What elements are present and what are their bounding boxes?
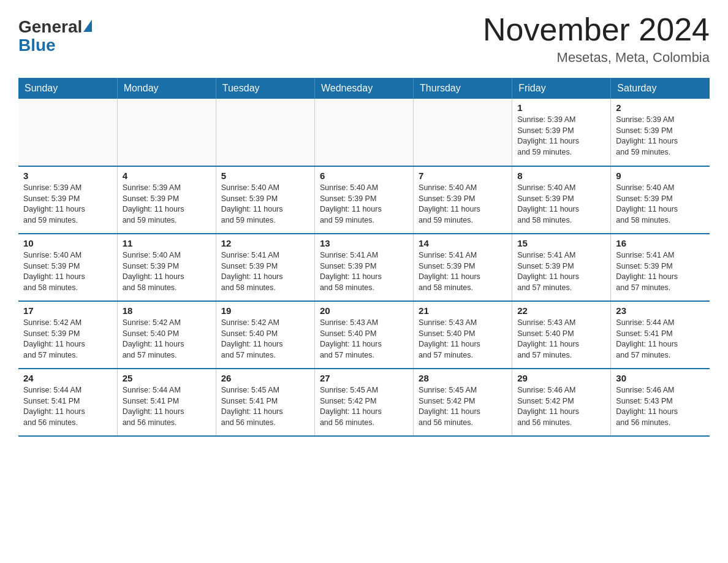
day-number: 21	[419, 305, 507, 316]
day-info: Sunrise: 5:43 AMSunset: 5:40 PMDaylight:…	[320, 318, 408, 361]
day-number: 12	[221, 238, 309, 248]
day-cell: 5Sunrise: 5:40 AMSunset: 5:39 PMDaylight…	[216, 166, 314, 234]
logo-blue-text: Blue	[18, 36, 92, 55]
title-area: November 2024 Mesetas, Meta, Colombia	[483, 12, 710, 66]
day-cell: 8Sunrise: 5:40 AMSunset: 5:39 PMDaylight…	[512, 166, 611, 234]
day-number: 14	[419, 238, 507, 248]
day-cell	[18, 99, 117, 166]
day-info: Sunrise: 5:40 AMSunset: 5:39 PMDaylight:…	[616, 183, 705, 226]
day-number: 15	[517, 238, 605, 248]
day-cell: 25Sunrise: 5:44 AMSunset: 5:41 PMDayligh…	[117, 369, 216, 436]
day-cell: 30Sunrise: 5:46 AMSunset: 5:43 PMDayligh…	[611, 369, 710, 436]
day-cell: 20Sunrise: 5:43 AMSunset: 5:40 PMDayligh…	[314, 301, 413, 369]
day-number: 19	[221, 305, 309, 316]
day-info: Sunrise: 5:41 AMSunset: 5:39 PMDaylight:…	[616, 250, 705, 293]
day-cell: 13Sunrise: 5:41 AMSunset: 5:39 PMDayligh…	[314, 234, 413, 301]
logo-general-text: General	[18, 18, 82, 36]
day-number: 16	[616, 238, 705, 248]
day-cell: 4Sunrise: 5:39 AMSunset: 5:39 PMDaylight…	[117, 166, 216, 234]
day-info: Sunrise: 5:41 AMSunset: 5:39 PMDaylight:…	[320, 250, 408, 293]
col-thursday: Thursday	[414, 78, 512, 99]
day-number: 4	[123, 170, 211, 181]
day-cell: 1Sunrise: 5:39 AMSunset: 5:39 PMDaylight…	[512, 99, 611, 166]
day-info: Sunrise: 5:41 AMSunset: 5:39 PMDaylight:…	[517, 250, 605, 293]
day-info: Sunrise: 5:39 AMSunset: 5:39 PMDaylight:…	[123, 183, 211, 226]
day-info: Sunrise: 5:45 AMSunset: 5:42 PMDaylight:…	[419, 385, 507, 428]
day-info: Sunrise: 5:44 AMSunset: 5:41 PMDaylight:…	[23, 385, 112, 428]
day-cell: 28Sunrise: 5:45 AMSunset: 5:42 PMDayligh…	[414, 369, 512, 436]
logo-blue-label: Blue	[18, 36, 56, 55]
day-info: Sunrise: 5:42 AMSunset: 5:40 PMDaylight:…	[221, 318, 309, 361]
day-cell	[314, 99, 413, 166]
day-info: Sunrise: 5:42 AMSunset: 5:40 PMDaylight:…	[123, 318, 211, 361]
day-cell: 7Sunrise: 5:40 AMSunset: 5:39 PMDaylight…	[414, 166, 512, 234]
calendar-subtitle: Mesetas, Meta, Colombia	[483, 50, 710, 66]
day-info: Sunrise: 5:45 AMSunset: 5:42 PMDaylight:…	[320, 385, 408, 428]
day-info: Sunrise: 5:40 AMSunset: 5:39 PMDaylight:…	[123, 250, 211, 293]
logo-area: General Blue	[18, 12, 92, 55]
day-cell: 27Sunrise: 5:45 AMSunset: 5:42 PMDayligh…	[314, 369, 413, 436]
day-cell	[216, 99, 314, 166]
logo-triangle-icon	[83, 20, 92, 32]
calendar-body: 1Sunrise: 5:39 AMSunset: 5:39 PMDaylight…	[18, 99, 710, 436]
day-number: 29	[517, 373, 605, 383]
week-row-3: 10Sunrise: 5:40 AMSunset: 5:39 PMDayligh…	[18, 234, 710, 301]
col-wednesday: Wednesday	[314, 78, 413, 99]
day-number: 20	[320, 305, 408, 316]
day-info: Sunrise: 5:41 AMSunset: 5:39 PMDaylight:…	[419, 250, 507, 293]
col-sunday: Sunday	[18, 78, 117, 99]
week-row-2: 3Sunrise: 5:39 AMSunset: 5:39 PMDaylight…	[18, 166, 710, 234]
day-cell: 22Sunrise: 5:43 AMSunset: 5:40 PMDayligh…	[512, 301, 611, 369]
day-info: Sunrise: 5:39 AMSunset: 5:39 PMDaylight:…	[616, 115, 705, 158]
day-number: 22	[517, 305, 605, 316]
day-cell: 10Sunrise: 5:40 AMSunset: 5:39 PMDayligh…	[18, 234, 117, 301]
day-cell: 6Sunrise: 5:40 AMSunset: 5:39 PMDaylight…	[314, 166, 413, 234]
day-info: Sunrise: 5:40 AMSunset: 5:39 PMDaylight:…	[221, 183, 309, 226]
day-number: 6	[320, 170, 408, 181]
calendar-title: November 2024	[483, 12, 710, 47]
header-row: SundayMondayTuesdayWednesdayThursdayFrid…	[18, 78, 710, 99]
week-row-5: 24Sunrise: 5:44 AMSunset: 5:41 PMDayligh…	[18, 369, 710, 436]
day-number: 2	[616, 102, 705, 113]
day-number: 18	[123, 305, 211, 316]
day-info: Sunrise: 5:40 AMSunset: 5:39 PMDaylight:…	[320, 183, 408, 226]
day-cell: 26Sunrise: 5:45 AMSunset: 5:41 PMDayligh…	[216, 369, 314, 436]
day-info: Sunrise: 5:44 AMSunset: 5:41 PMDaylight:…	[616, 318, 705, 361]
day-info: Sunrise: 5:39 AMSunset: 5:39 PMDaylight:…	[23, 183, 112, 226]
day-cell: 3Sunrise: 5:39 AMSunset: 5:39 PMDaylight…	[18, 166, 117, 234]
day-cell: 12Sunrise: 5:41 AMSunset: 5:39 PMDayligh…	[216, 234, 314, 301]
day-cell: 18Sunrise: 5:42 AMSunset: 5:40 PMDayligh…	[117, 301, 216, 369]
col-saturday: Saturday	[611, 78, 710, 99]
col-monday: Monday	[117, 78, 216, 99]
day-info: Sunrise: 5:43 AMSunset: 5:40 PMDaylight:…	[517, 318, 605, 361]
day-number: 5	[221, 170, 309, 181]
day-cell: 17Sunrise: 5:42 AMSunset: 5:39 PMDayligh…	[18, 301, 117, 369]
day-cell: 24Sunrise: 5:44 AMSunset: 5:41 PMDayligh…	[18, 369, 117, 436]
day-number: 17	[23, 305, 112, 316]
col-tuesday: Tuesday	[216, 78, 314, 99]
day-number: 28	[419, 373, 507, 383]
day-info: Sunrise: 5:39 AMSunset: 5:39 PMDaylight:…	[517, 115, 605, 158]
day-info: Sunrise: 5:40 AMSunset: 5:39 PMDaylight:…	[517, 183, 605, 226]
day-number: 8	[517, 170, 605, 181]
day-number: 26	[221, 373, 309, 383]
day-info: Sunrise: 5:44 AMSunset: 5:41 PMDaylight:…	[123, 385, 211, 428]
day-cell: 2Sunrise: 5:39 AMSunset: 5:39 PMDaylight…	[611, 99, 710, 166]
day-info: Sunrise: 5:46 AMSunset: 5:43 PMDaylight:…	[616, 385, 705, 428]
day-cell: 21Sunrise: 5:43 AMSunset: 5:40 PMDayligh…	[414, 301, 512, 369]
day-cell	[414, 99, 512, 166]
day-number: 9	[616, 170, 705, 181]
day-number: 13	[320, 238, 408, 248]
day-info: Sunrise: 5:40 AMSunset: 5:39 PMDaylight:…	[23, 250, 112, 293]
logo-row1: General	[18, 18, 92, 36]
calendar-table: SundayMondayTuesdayWednesdayThursdayFrid…	[18, 78, 710, 437]
day-cell: 9Sunrise: 5:40 AMSunset: 5:39 PMDaylight…	[611, 166, 710, 234]
day-number: 1	[517, 102, 605, 113]
day-number: 30	[616, 373, 705, 383]
day-number: 11	[123, 238, 211, 248]
day-number: 3	[23, 170, 112, 181]
day-cell: 15Sunrise: 5:41 AMSunset: 5:39 PMDayligh…	[512, 234, 611, 301]
day-info: Sunrise: 5:40 AMSunset: 5:39 PMDaylight:…	[419, 183, 507, 226]
day-info: Sunrise: 5:41 AMSunset: 5:39 PMDaylight:…	[221, 250, 309, 293]
day-number: 24	[23, 373, 112, 383]
